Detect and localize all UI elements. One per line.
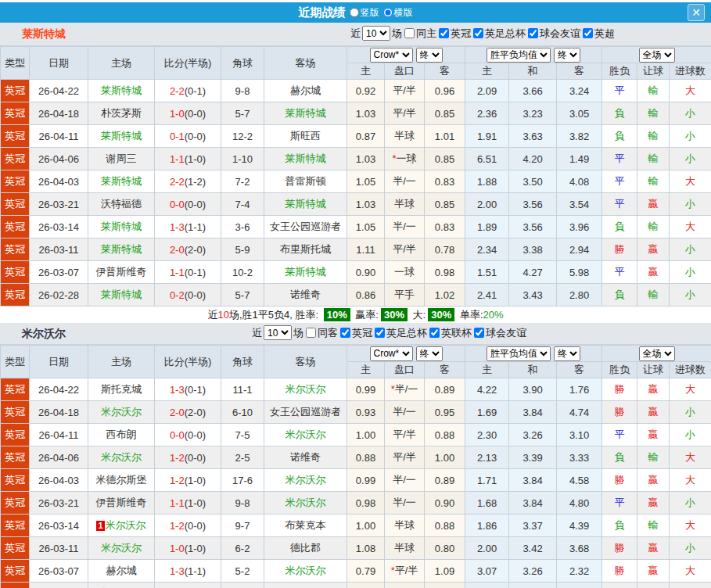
layout-option-vertical[interactable]: 竖版 bbox=[350, 6, 379, 20]
score: 2-0(2-0) bbox=[155, 238, 221, 261]
odds-away: 0.88 bbox=[425, 424, 465, 446]
avg-win: 1.86 bbox=[465, 514, 509, 537]
result-goals: 小 bbox=[670, 401, 711, 424]
away-team: 女王公园巡游者 bbox=[264, 401, 347, 424]
avg-odds-select[interactable]: 胜平负均值 bbox=[487, 346, 551, 361]
away-team: 女王公园巡游者 bbox=[264, 216, 347, 238]
league-filter-facup[interactable]: 英足总杯 bbox=[374, 326, 427, 340]
match-date: 26-02-28 bbox=[30, 284, 88, 307]
odds-away: 1.00 bbox=[425, 446, 465, 469]
fulltime-score: 0-2 bbox=[170, 289, 185, 301]
league-filter-friendly[interactable]: 球会友谊 bbox=[473, 326, 526, 340]
horizontal-layout-radio[interactable] bbox=[383, 8, 393, 17]
home-team: 莱斯特城 bbox=[88, 80, 155, 102]
match-count-select[interactable]: 10 bbox=[362, 26, 390, 41]
avg-lose: 2.80 bbox=[557, 284, 602, 307]
halftime-score: (2-0) bbox=[185, 407, 206, 418]
odds-away: 0.96 bbox=[425, 80, 465, 102]
vertical-layout-radio[interactable] bbox=[350, 8, 359, 17]
result-goals: 大 bbox=[670, 560, 711, 583]
result-handicap: 輸 bbox=[637, 125, 670, 148]
col-type: 类型 bbox=[1, 47, 30, 80]
handicap: 一球 bbox=[385, 261, 425, 284]
match-row: 英冠26-02-28莱斯特城0-2(0-0)5-7诺维奇0.86平手1.022.… bbox=[1, 284, 711, 307]
handicap: 半/一 bbox=[385, 216, 425, 238]
matches-table-2: 类型 日期 主场 比分(半场) 角球 客场 Crow*终 胜平负均值终 全场 主… bbox=[0, 345, 711, 588]
league-checkbox[interactable] bbox=[474, 328, 484, 338]
avg-lose: 3.05 bbox=[557, 102, 602, 125]
league-checkbox[interactable] bbox=[439, 28, 449, 38]
fulltime-score: 1-3 bbox=[170, 221, 185, 233]
same-home-checkbox[interactable] bbox=[404, 28, 415, 38]
scope-header-group: 全场 bbox=[602, 47, 711, 63]
close-button[interactable]: ✕ bbox=[688, 4, 705, 21]
odds-final-select[interactable]: 终 bbox=[416, 48, 443, 63]
avg-win: 1.91 bbox=[465, 125, 509, 148]
avg-win: 2.36 bbox=[465, 102, 509, 125]
fulltime-score: 1-2 bbox=[170, 475, 185, 486]
avg-odds-select[interactable]: 胜平负均值 bbox=[487, 48, 551, 63]
home-team-name: 赫尔城 bbox=[106, 565, 137, 576]
league-filter-premier[interactable]: 英超 bbox=[582, 27, 615, 41]
same-home-filter[interactable]: 同主 bbox=[404, 27, 436, 41]
league-filter-leaguecup[interactable]: 英联杯 bbox=[429, 326, 472, 340]
layout-option-horizontal[interactable]: 横版 bbox=[383, 6, 413, 20]
league-filter-friendly[interactable]: 球会友谊 bbox=[527, 27, 580, 41]
odds-company-select[interactable]: Crow* bbox=[370, 346, 413, 361]
odds-away: 0.98 bbox=[425, 261, 465, 284]
league-checkbox[interactable] bbox=[473, 28, 483, 38]
handicap-value: 半/一 bbox=[393, 175, 416, 187]
result-handicap: 輸 bbox=[637, 170, 670, 193]
league-filter-facup[interactable]: 英足总杯 bbox=[472, 27, 526, 41]
league-checkbox[interactable] bbox=[583, 28, 593, 38]
same-away-filter[interactable]: 同客 bbox=[305, 326, 338, 340]
fulltime-score: 1-1 bbox=[170, 497, 185, 509]
odds-final-select[interactable]: 终 bbox=[416, 346, 443, 361]
odds-company-select[interactable]: Crow* bbox=[370, 48, 413, 63]
match-count-select[interactable]: 10 bbox=[264, 325, 292, 340]
same-away-checkbox[interactable] bbox=[306, 328, 316, 338]
league-badge: 英冠 bbox=[1, 238, 30, 261]
odds-home: 0.87 bbox=[347, 125, 385, 148]
odds-home: 1.05 bbox=[347, 216, 385, 238]
avg-draw: 3.26 bbox=[509, 560, 557, 583]
league-label: 球会友谊 bbox=[540, 27, 580, 41]
league-filter-championship[interactable]: 英冠 bbox=[438, 27, 471, 41]
avg-final-select[interactable]: 终 bbox=[554, 48, 580, 63]
handicap: *平/半 bbox=[385, 583, 425, 588]
odds-home: 1.00 bbox=[347, 424, 385, 446]
col-type: 类型 bbox=[1, 346, 30, 378]
handicap-value: 平/半 bbox=[393, 243, 416, 255]
home-team: 谢周三 bbox=[88, 148, 155, 170]
home-team: 米尔沃尔 bbox=[88, 446, 155, 469]
league-checkbox[interactable] bbox=[429, 328, 440, 338]
handicap: 平/半 bbox=[385, 102, 425, 125]
league-checkbox[interactable] bbox=[528, 28, 538, 38]
corner-score: 11-1 bbox=[221, 378, 264, 401]
avg-draw: 3.56 bbox=[509, 216, 557, 238]
league-badge: 英冠 bbox=[1, 446, 30, 469]
league-checkbox[interactable] bbox=[340, 328, 350, 338]
away-team: 米尔沃尔 bbox=[264, 424, 347, 446]
league-filter-championship[interactable]: 英冠 bbox=[339, 326, 372, 340]
match-row: 英冠26-03-14莱斯特城1-3(1-1)3-6女王公园巡游者1.05半/一0… bbox=[1, 216, 711, 238]
match-row: 英冠26-03-07伊普斯维奇1-1(0-1)10-2莱斯特城0.90一球0.9… bbox=[1, 261, 711, 284]
team-name-2: 米尔沃尔 bbox=[22, 327, 66, 341]
odds-away: 0.89 bbox=[425, 378, 465, 401]
scope-select[interactable]: 全场 bbox=[639, 48, 675, 63]
scope-select[interactable]: 全场 bbox=[639, 346, 675, 361]
summary-count: 10 bbox=[217, 309, 228, 321]
home-team: 斯托克城 bbox=[88, 378, 155, 401]
league-checkbox[interactable] bbox=[375, 328, 385, 338]
avg-draw: 3.84 bbox=[509, 492, 557, 514]
avg-final-select[interactable]: 终 bbox=[554, 346, 580, 361]
odds-home: 1.08 bbox=[347, 537, 385, 560]
result-handicap: 輸 bbox=[637, 514, 670, 537]
result-goals: 小 bbox=[670, 583, 711, 588]
avg-win: 2.13 bbox=[465, 446, 509, 469]
corner-score: 7-5 bbox=[221, 424, 264, 446]
away-team: 布莱克本 bbox=[264, 514, 347, 537]
league-badge: 英冠 bbox=[1, 148, 30, 170]
away-team-name: 莱斯特城 bbox=[285, 198, 326, 210]
odds-home: 0.99 bbox=[347, 469, 385, 492]
